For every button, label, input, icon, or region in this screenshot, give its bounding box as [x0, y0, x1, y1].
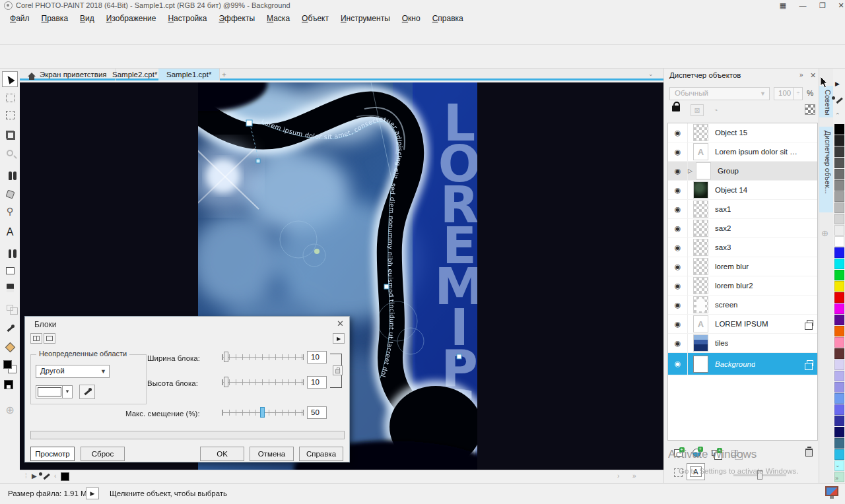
rectangle-mask-tool[interactable] — [2, 107, 18, 123]
palette-color-swatch[interactable] — [834, 191, 844, 202]
palette-color-swatch[interactable] — [834, 382, 844, 393]
duplicate-object-button[interactable]: + — [708, 446, 722, 459]
menu-view[interactable]: Вид — [74, 13, 100, 24]
palette-color-swatch[interactable] — [834, 146, 844, 157]
object-row[interactable]: ◉ lorem blur2 — [668, 276, 817, 296]
palette-scroll-down-icon[interactable]: ⌄ — [835, 462, 840, 468]
delete-object-button[interactable] — [801, 446, 816, 459]
rectangle-tool[interactable] — [2, 263, 18, 278]
visibility-eye-icon[interactable]: ◉ — [668, 219, 688, 237]
object-row[interactable]: ◉ sax2 — [668, 219, 817, 238]
palette-color-swatch[interactable] — [834, 259, 844, 269]
palette-color-swatch[interactable] — [834, 225, 844, 236]
preview-button[interactable]: Просмотр — [30, 447, 75, 461]
palette-color-swatch[interactable] — [834, 180, 844, 191]
palette-color-swatch[interactable] — [834, 404, 844, 415]
close-button[interactable]: ✕ — [832, 0, 845, 12]
palette-color-swatch[interactable] — [834, 371, 844, 381]
crop-tool[interactable] — [2, 127, 18, 142]
pick-tool[interactable] — [2, 71, 18, 87]
palette-color-swatch[interactable] — [834, 135, 844, 146]
palette-color-swatch[interactable] — [834, 337, 844, 348]
palette-scroll-up-icon[interactable]: ⌃ — [835, 112, 840, 119]
palette-color-swatch[interactable] — [834, 281, 844, 292]
menu-mask[interactable]: Маска — [261, 13, 296, 24]
object-row[interactable]: ◉ sax1 — [668, 200, 817, 219]
visibility-eye-icon[interactable]: ◉ — [668, 334, 688, 352]
palette-color-swatch[interactable] — [834, 438, 844, 449]
visibility-eye-icon[interactable]: ◉ — [668, 162, 688, 180]
scroll-end-icon[interactable]: » — [632, 472, 636, 480]
status-flyout-button[interactable]: ▶ — [86, 488, 99, 499]
palette-color-swatch[interactable] — [834, 303, 844, 314]
help-button[interactable]: Справка — [299, 447, 343, 461]
add-tool-button[interactable]: ⊕ — [2, 402, 18, 418]
cancel-button[interactable]: Отмена — [250, 447, 294, 461]
palette-color-swatch[interactable] — [834, 315, 844, 325]
prev-color-icon[interactable]: ‹ — [54, 472, 56, 480]
fill-color-combo[interactable]: ▾ — [36, 385, 73, 398]
restore-button[interactable]: ❐ — [813, 0, 832, 12]
max-offset-value[interactable]: 50 — [307, 406, 327, 419]
merge-mode-combo[interactable]: Обычный▼ — [669, 87, 770, 100]
menu-edit[interactable]: Правка — [36, 13, 75, 24]
palette-color-swatch[interactable] — [834, 348, 844, 359]
block-width-value[interactable]: 10 — [307, 351, 327, 363]
frame-icon-button[interactable]: ⊠ — [691, 104, 704, 116]
docker-tab-object-manager[interactable]: Диспетчер объек... — [819, 127, 834, 212]
fill-brush-tool[interactable] — [2, 245, 18, 261]
block-width-slider[interactable] — [222, 353, 304, 362]
lock-transparency-icon[interactable] — [672, 106, 680, 111]
single-preview-toggle[interactable] — [44, 333, 55, 344]
object-row[interactable]: ◉ Object 14 — [668, 181, 817, 200]
palette-color-swatch[interactable] — [834, 158, 844, 168]
scroll-right-icon[interactable]: › — [617, 472, 619, 480]
new-object-button[interactable]: + — [671, 446, 685, 459]
reset-button[interactable]: Сброс — [81, 447, 125, 461]
visibility-eye-icon[interactable]: ◉ — [668, 181, 688, 199]
dual-preview-toggle[interactable] — [30, 333, 42, 344]
foreground-background-colors[interactable] — [0, 359, 20, 379]
palette-color-swatch[interactable] — [834, 326, 844, 336]
object-row[interactable]: ◉ lorem blur — [668, 257, 817, 276]
object-list[interactable]: ◉ Object 15 ◉ A Lorem ipsum dolor sit am… — [667, 123, 818, 441]
visibility-eye-icon[interactable]: ◉ — [668, 296, 688, 314]
visibility-eye-icon[interactable]: ◉ — [668, 123, 688, 142]
palette-color-swatch[interactable] — [834, 236, 844, 247]
palette-color-swatch[interactable] — [834, 427, 844, 437]
fill-color-well[interactable] — [0, 380, 20, 393]
block-height-slider[interactable] — [222, 378, 304, 387]
menu-window[interactable]: Окно — [396, 13, 426, 24]
minimize-button[interactable]: — — [794, 0, 812, 12]
palette-color-swatch[interactable] — [834, 360, 844, 370]
menu-tools[interactable]: Инструменты — [335, 13, 396, 24]
text-tool[interactable]: A — [2, 224, 18, 240]
palette-color-swatch[interactable] — [834, 214, 844, 224]
block-height-value[interactable]: 10 — [307, 376, 327, 389]
clone-tool[interactable]: ⚲ — [2, 203, 18, 219]
play-icon[interactable]: ▶ — [32, 472, 37, 480]
object-row[interactable]: ◉ Object 15 — [668, 123, 817, 142]
palette-color-swatch[interactable] — [834, 247, 844, 258]
undefined-areas-combo[interactable]: Другой▼ — [36, 365, 110, 378]
position-mode-button[interactable] — [671, 466, 685, 479]
tab-sample1[interactable]: Sample1.cpt* — [158, 69, 220, 80]
object-row[interactable]: ◉ sax3 — [668, 238, 817, 257]
max-offset-slider[interactable] — [222, 408, 304, 417]
palette-color-swatch[interactable] — [834, 270, 844, 280]
menu-adjust[interactable]: Настройка — [162, 13, 213, 24]
flyout-arrow-button[interactable]: ▶ — [333, 333, 345, 344]
group-row[interactable]: ◉ ▷ Group — [668, 162, 817, 181]
menu-image[interactable]: Изображение — [100, 13, 162, 24]
opacity-field[interactable]: 100÷ — [774, 87, 803, 100]
visibility-eye-icon[interactable]: ◉ — [668, 200, 688, 218]
visibility-eye-icon[interactable]: ◉ — [668, 315, 688, 333]
help-window-icon[interactable]: ▦ — [774, 0, 792, 12]
ok-button[interactable]: OK — [200, 447, 244, 461]
lock-checker-icon[interactable] — [805, 104, 815, 115]
object-row[interactable]: ◉ screen — [668, 296, 817, 315]
palette-color-swatch[interactable] — [834, 449, 844, 460]
dialog-close-icon[interactable]: ✕ — [337, 319, 344, 329]
palette-color-swatch[interactable] — [834, 203, 844, 213]
palette-color-swatch[interactable] — [834, 169, 844, 179]
